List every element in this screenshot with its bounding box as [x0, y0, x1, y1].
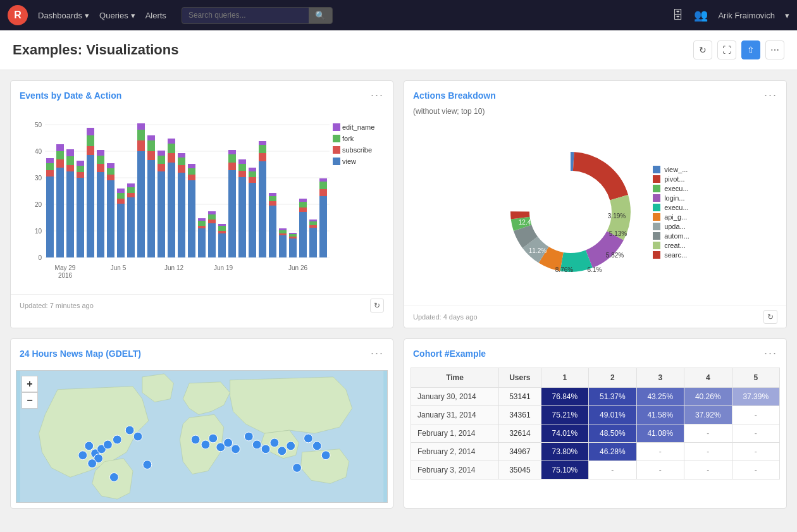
refresh-button[interactable]: ↻	[693, 40, 712, 59]
widget-events-menu[interactable]: ···	[371, 89, 384, 102]
row-cell: 41.08%	[636, 424, 684, 443]
svg-text:0: 0	[38, 254, 42, 261]
row-users: 53141	[499, 388, 541, 406]
col-1: 1	[541, 368, 588, 388]
svg-rect-35	[97, 150, 104, 156]
fullscreen-button[interactable]: ⛶	[717, 40, 736, 59]
svg-point-159	[85, 442, 94, 450]
svg-text:5.82%: 5.82%	[606, 252, 624, 259]
donut-chart-container: 26% 19.4% 12.4% 11.2% 8.76% 6.1% 5.82% 5…	[413, 123, 777, 300]
widget-cohort-body: Time Users 1 2 3 4 5 January 30, 2014 53…	[404, 365, 786, 486]
svg-text:12.4%: 12.4%	[519, 219, 536, 226]
map-zoom-in[interactable]: +	[22, 376, 38, 392]
svg-rect-17	[56, 159, 64, 168]
legend-color-api	[653, 213, 660, 221]
svg-rect-30	[87, 135, 94, 146]
svg-rect-109	[289, 237, 297, 238]
svg-rect-121	[319, 189, 327, 196]
svg-rect-114	[299, 202, 307, 207]
svg-rect-49	[137, 140, 145, 151]
map-display[interactable]: + −	[16, 370, 388, 503]
user-menu-icon[interactable]: ▾	[785, 11, 789, 20]
widget-events-body: 50 40 30 20 10 0	[11, 107, 393, 294]
widget-map-title: 24 Hours News Map (GDELT)	[20, 349, 141, 359]
chevron-icon: ▾	[131, 11, 135, 20]
svg-rect-94	[249, 171, 256, 177]
svg-text:May 29: May 29	[55, 264, 76, 271]
svg-point-181	[109, 473, 118, 481]
svg-text:subscribe: subscribe	[342, 146, 372, 154]
svg-point-172	[232, 445, 240, 454]
svg-rect-130	[333, 123, 340, 131]
legend-item-execu2: execu...	[653, 204, 689, 211]
map-controls: + −	[22, 376, 38, 409]
nav-dashboards[interactable]: Dashboards ▾	[38, 11, 89, 20]
svg-rect-19	[56, 144, 64, 151]
map-svg	[16, 371, 387, 502]
svg-text:fork: fork	[342, 135, 354, 142]
svg-point-162	[103, 440, 112, 449]
svg-rect-112	[299, 212, 307, 257]
svg-rect-76	[208, 223, 216, 257]
svg-rect-46	[127, 187, 135, 193]
users-icon[interactable]: 👥	[694, 8, 708, 22]
svg-rect-89	[238, 171, 246, 177]
svg-rect-99	[259, 141, 266, 145]
map-zoom-out[interactable]: −	[22, 392, 38, 409]
app-logo[interactable]: R	[8, 5, 28, 25]
row-cell: 43.25%	[636, 388, 684, 406]
svg-rect-69	[188, 175, 195, 180]
svg-rect-51	[137, 123, 145, 130]
svg-point-186	[143, 461, 152, 469]
svg-text:Jun 19: Jun 19	[214, 264, 233, 271]
svg-point-164	[78, 451, 87, 460]
row-cell: 73.80%	[541, 443, 588, 461]
events-refresh-button[interactable]: ↻	[370, 299, 384, 312]
svg-rect-43	[117, 189, 125, 193]
svg-rect-58	[158, 156, 165, 164]
svg-point-167	[191, 435, 200, 444]
svg-rect-98	[259, 145, 266, 153]
widget-cohort-menu[interactable]: ···	[764, 347, 777, 360]
svg-rect-123	[319, 178, 327, 182]
legend-item-execu1: execu...	[653, 185, 689, 192]
row-cell: -	[732, 461, 780, 479]
svg-rect-27	[77, 161, 84, 166]
svg-rect-20	[66, 171, 74, 257]
svg-rect-87	[228, 150, 236, 154]
svg-point-169	[209, 434, 218, 443]
legend-label: searc...	[664, 251, 687, 259]
svg-text:3.19%: 3.19%	[608, 213, 626, 220]
svg-rect-12	[46, 176, 54, 257]
nav-alerts[interactable]: Alerts	[145, 11, 166, 20]
legend-item-api: api_g...	[653, 213, 689, 221]
legend-label: creat...	[664, 242, 686, 249]
row-time: January 31, 2014	[411, 406, 499, 424]
widget-map-menu[interactable]: ···	[371, 347, 384, 360]
svg-rect-117	[309, 225, 317, 228]
more-button[interactable]: ⋯	[765, 40, 784, 59]
legend-item-login: login...	[653, 194, 689, 202]
svg-rect-38	[107, 168, 114, 175]
table-row: January 30, 2014 53141 76.84% 51.37% 43.…	[411, 388, 780, 406]
share-button[interactable]: ⇧	[741, 40, 760, 59]
actions-refresh-button[interactable]: ↻	[763, 310, 777, 324]
row-users: 34967	[499, 443, 541, 461]
svg-rect-34	[97, 156, 104, 164]
svg-rect-136	[333, 158, 340, 165]
legend-color-login	[653, 194, 660, 202]
row-cell: -	[732, 443, 780, 461]
donut-chart-svg: 26% 19.4% 12.4% 11.2% 8.76% 6.1% 5.82% 5…	[501, 142, 640, 281]
svg-rect-96	[259, 161, 266, 257]
col-2: 2	[589, 368, 636, 388]
row-time: January 30, 2014	[411, 388, 499, 406]
database-icon[interactable]: 🗄	[672, 9, 684, 22]
svg-rect-39	[107, 163, 114, 168]
widget-actions-menu[interactable]: ···	[764, 89, 777, 102]
search-input[interactable]	[182, 8, 309, 23]
nav-queries[interactable]: Queries ▾	[99, 11, 135, 20]
svg-rect-103	[269, 193, 276, 196]
svg-rect-29	[87, 146, 94, 155]
search-button[interactable]: 🔍	[309, 8, 332, 23]
row-cell: 75.10%	[541, 461, 588, 479]
